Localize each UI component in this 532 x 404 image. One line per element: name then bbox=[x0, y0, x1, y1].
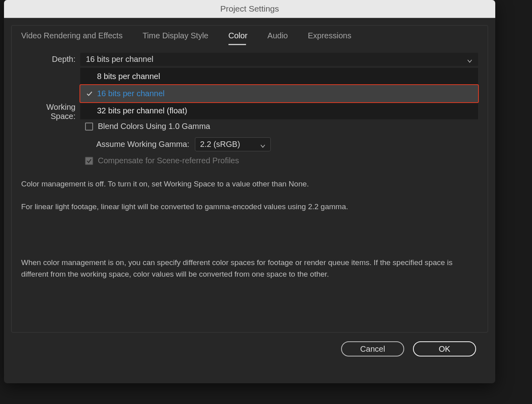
content-frame: Video Rendering and Effects Time Display… bbox=[11, 25, 488, 333]
assume-gamma-row: Assume Working Gamma: 2.2 (sRGB) bbox=[21, 137, 478, 151]
depth-label: Depth: bbox=[21, 55, 80, 64]
assume-gamma-label: Assume Working Gamma: bbox=[96, 140, 189, 149]
dialog-title: Project Settings bbox=[220, 4, 279, 14]
depth-row: Depth: 16 bits per channel bbox=[21, 53, 478, 66]
titlebar: Project Settings bbox=[4, 0, 495, 18]
depth-option-32bit-label: 32 bits per channel (float) bbox=[97, 106, 187, 115]
info-text-1: Color management is off. To turn it on, … bbox=[21, 178, 478, 190]
tab-color[interactable]: Color bbox=[228, 31, 248, 44]
chevron-down-icon bbox=[260, 142, 266, 147]
tabs-bar: Video Rendering and Effects Time Display… bbox=[12, 26, 488, 49]
working-space-label: Working Space: bbox=[21, 103, 80, 121]
tab-expressions[interactable]: Expressions bbox=[308, 31, 351, 44]
chevron-down-icon bbox=[467, 57, 472, 62]
tab-audio[interactable]: Audio bbox=[268, 31, 288, 44]
assume-gamma-select[interactable]: 2.2 (sRGB) bbox=[195, 137, 271, 151]
tab-time-display[interactable]: Time Display Style bbox=[143, 31, 208, 44]
blend-colors-row: Blend Colors Using 1.0 Gamma bbox=[21, 122, 478, 131]
dialog-content: Video Rendering and Effects Time Display… bbox=[4, 18, 495, 356]
tab-video-rendering[interactable]: Video Rendering and Effects bbox=[21, 31, 123, 44]
depth-select[interactable]: 16 bits per channel bbox=[80, 53, 478, 66]
blend-colors-label: Blend Colors Using 1.0 Gamma bbox=[98, 122, 210, 131]
project-settings-dialog: Project Settings Video Rendering and Eff… bbox=[4, 0, 495, 383]
depth-dropdown: 8 bits per channel 16 bits per channel 3… bbox=[80, 68, 478, 119]
depth-option-16bit-label: 16 bits per channel bbox=[97, 89, 165, 98]
depth-option-8bit[interactable]: 8 bits per channel bbox=[80, 68, 478, 85]
cancel-button[interactable]: Cancel bbox=[341, 341, 404, 356]
info-text-3: When color management is on, you can spe… bbox=[21, 257, 478, 280]
button-row: Cancel OK bbox=[11, 333, 488, 356]
depth-option-8bit-label: 8 bits per channel bbox=[97, 72, 160, 81]
form-area: Depth: 16 bits per channel Working Space… bbox=[12, 53, 488, 165]
ok-button-label: OK bbox=[439, 345, 451, 354]
check-icon bbox=[86, 90, 93, 97]
assume-gamma-value: 2.2 (sRGB) bbox=[200, 140, 240, 149]
info-text-2: For linear light footage, linear light w… bbox=[21, 201, 478, 212]
depth-option-16bit[interactable]: 16 bits per channel bbox=[79, 84, 479, 103]
depth-option-32bit[interactable]: 32 bits per channel (float) bbox=[80, 102, 478, 119]
info-block: Color management is off. To turn it on, … bbox=[12, 178, 488, 280]
compensate-label: Compensate for Scene-referred Profiles bbox=[98, 156, 239, 165]
cancel-button-label: Cancel bbox=[360, 345, 385, 354]
blend-colors-checkbox[interactable] bbox=[85, 123, 93, 131]
ok-button[interactable]: OK bbox=[413, 341, 476, 356]
compensate-checkbox[interactable] bbox=[85, 157, 93, 165]
depth-select-value: 16 bits per channel bbox=[86, 55, 153, 64]
compensate-row: Compensate for Scene-referred Profiles bbox=[21, 156, 478, 165]
